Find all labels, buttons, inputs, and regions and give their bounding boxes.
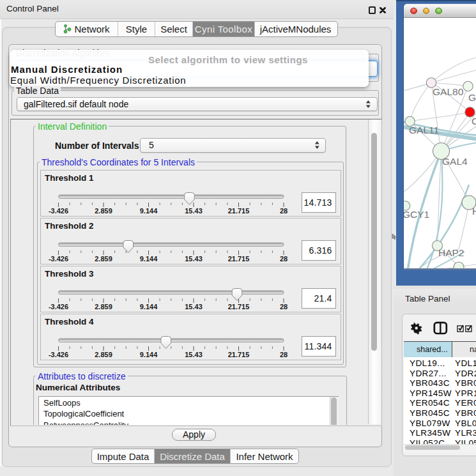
svg-text:G.: G. bbox=[468, 92, 476, 103]
svg-text:GAL80: GAL80 bbox=[433, 86, 464, 97]
svg-text:H: H bbox=[472, 206, 476, 217]
svg-text:GAL11: GAL11 bbox=[409, 125, 439, 135]
svg-text:HAP2: HAP2 bbox=[438, 247, 464, 258]
svg-text:GAL4: GAL4 bbox=[442, 156, 468, 167]
svg-text:GCY1: GCY1 bbox=[404, 209, 429, 220]
svg-text:C: C bbox=[472, 116, 476, 127]
